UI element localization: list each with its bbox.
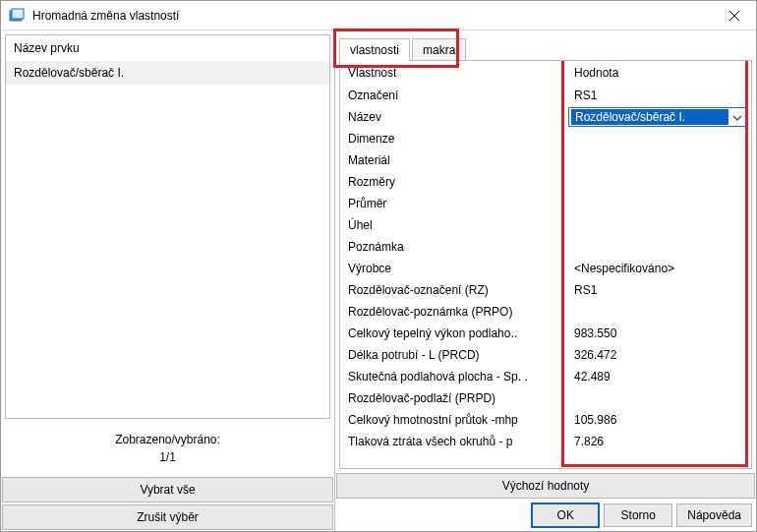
chevron-down-icon[interactable] (728, 109, 746, 125)
tabs-container: vlastnosti makra (339, 34, 752, 60)
dialog-footer: OK Storno Nápověda (335, 500, 756, 531)
left-panel: Název prvku Rozdělovač/sběrač I. Zobraze… (1, 30, 335, 531)
window-title: Hromadná změna vlastností (32, 9, 712, 23)
close-button[interactable] (712, 1, 756, 30)
app-icon (9, 8, 25, 24)
cancel-button[interactable]: Storno (604, 503, 672, 527)
property-value[interactable]: 983.550 (566, 323, 751, 344)
tab-macros[interactable]: makra (412, 38, 466, 61)
property-value[interactable]: <Nespecifikováno> (566, 258, 751, 279)
clear-selection-button[interactable]: Zrušit výběr (2, 504, 333, 530)
default-values-button[interactable]: Výchozí hodnoty (336, 473, 755, 499)
element-list[interactable]: Rozdělovač/sběrač I. (6, 62, 329, 418)
help-button[interactable]: Nápověda (676, 503, 752, 527)
property-name: Výrobce (340, 258, 566, 279)
property-name: Dimenze (340, 128, 566, 149)
property-value[interactable]: 105.986 (566, 409, 751, 431)
property-value[interactable] (566, 387, 751, 409)
element-list-panel: Název prvku Rozdělovač/sběrač I. (5, 34, 330, 419)
property-value[interactable]: RS1 (566, 279, 751, 301)
combobox-selected: Rozdělovač/sběrač I. (571, 109, 728, 125)
titlebar: Hromadná změna vlastností (1, 1, 756, 30)
property-name: Celkový hmotnostní průtok -mhp (340, 409, 566, 431)
element-list-header: Název prvku (6, 35, 329, 62)
property-value[interactable]: Rozdělovač/sběrač I. (566, 106, 751, 128)
property-name: Rozdělovač-poznámka (PRPO) (340, 301, 566, 323)
property-name: Skutečná podlahová plocha - Sp. . (340, 366, 566, 387)
property-name: Rozdělovač-označení (RZ) (340, 279, 566, 301)
property-value[interactable] (566, 193, 751, 214)
property-name: Název (340, 106, 566, 128)
property-value[interactable] (566, 214, 751, 236)
property-name: Materiál (340, 149, 566, 171)
selection-status-label: Zobrazeno/vybráno: (1, 433, 334, 446)
property-value[interactable]: 326.472 (566, 344, 751, 366)
property-name: Průměr (340, 193, 566, 214)
ok-button[interactable]: OK (531, 502, 600, 528)
properties-grid[interactable]: Vlastnost Hodnota OznačeníRS1NázevRozděl… (340, 61, 751, 468)
property-name: Rozdělovač-podlaží (PRPD) (340, 387, 566, 409)
property-value[interactable] (566, 236, 751, 258)
tabs: vlastnosti makra (339, 34, 752, 60)
properties-tabpage: Vlastnost Hodnota OznačeníRS1NázevRozděl… (339, 60, 752, 469)
right-panel: vlastnosti makra Vlastnost Hodnota Označ… (335, 30, 756, 531)
property-value[interactable] (566, 128, 751, 149)
column-header-value: Hodnota (566, 61, 751, 85)
property-name: Celkový tepelný výkon podlaho.. (340, 323, 566, 344)
value-combobox[interactable]: Rozdělovač/sběrač I. (568, 107, 747, 127)
svg-rect-1 (12, 9, 24, 19)
tab-properties[interactable]: vlastnosti (339, 38, 410, 61)
property-value[interactable] (566, 301, 751, 323)
selection-status: Zobrazeno/vybráno: 1/1 (1, 423, 334, 476)
property-name: Délka potrubí - L (PRCD) (340, 344, 566, 366)
dialog-body: Název prvku Rozdělovač/sběrač I. Zobraze… (1, 30, 756, 531)
property-value[interactable]: 42.489 (566, 366, 751, 387)
property-name: Rozměry (340, 171, 566, 193)
column-header-property: Vlastnost (340, 61, 566, 85)
selection-status-count: 1/1 (1, 446, 334, 472)
property-value[interactable]: RS1 (566, 85, 751, 106)
dialog-window: Hromadná změna vlastností Název prvku Ro… (0, 0, 757, 532)
select-all-button[interactable]: Vybrat vše (2, 477, 333, 502)
property-name: Úhel (340, 214, 566, 236)
property-name: Tlaková ztráta všech okruhů - p (340, 431, 566, 452)
list-item[interactable]: Rozdělovač/sběrač I. (6, 62, 329, 85)
property-value[interactable] (566, 171, 751, 193)
property-name: Označení (340, 85, 566, 106)
property-value[interactable] (566, 149, 751, 171)
property-name: Poznámka (340, 236, 566, 258)
property-value[interactable]: 7.826 (566, 431, 751, 452)
